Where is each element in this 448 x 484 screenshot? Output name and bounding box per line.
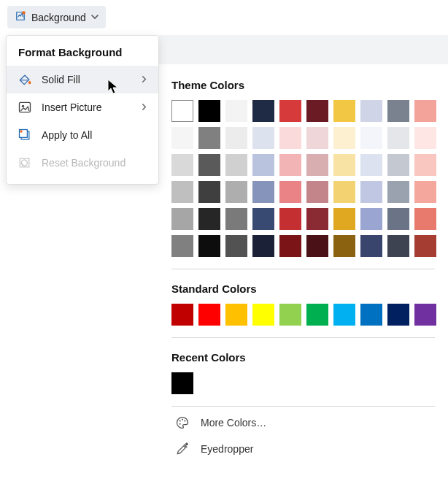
- insert-picture-label: Insert Picture: [42, 101, 101, 113]
- color-swatch[interactable]: [225, 208, 247, 230]
- color-swatch[interactable]: [171, 181, 193, 203]
- color-swatch[interactable]: [306, 181, 328, 203]
- color-swatch[interactable]: [414, 304, 436, 326]
- color-swatch[interactable]: [360, 154, 382, 176]
- color-swatch[interactable]: [171, 208, 193, 230]
- solid-fill-item[interactable]: Solid Fill: [7, 66, 158, 93]
- color-swatch[interactable]: [171, 154, 193, 176]
- color-swatch[interactable]: [333, 235, 355, 257]
- svg-point-1: [28, 81, 31, 84]
- color-swatch[interactable]: [252, 154, 274, 176]
- color-swatch[interactable]: [360, 181, 382, 203]
- color-swatch[interactable]: [225, 154, 247, 176]
- more-colors-item[interactable]: More Colors…: [164, 407, 442, 433]
- color-swatch[interactable]: [333, 304, 355, 326]
- eyedropper-item[interactable]: Eyedropper: [164, 433, 442, 459]
- palette-icon: [174, 415, 190, 430]
- reset-background-label: Reset Background: [42, 157, 125, 169]
- color-swatch[interactable]: [198, 181, 220, 203]
- color-swatch[interactable]: [279, 304, 301, 326]
- svg-point-11: [179, 423, 181, 425]
- color-swatch[interactable]: [279, 100, 301, 122]
- color-swatch[interactable]: [171, 304, 193, 326]
- divider: [171, 337, 435, 338]
- color-swatch[interactable]: [252, 127, 274, 149]
- color-swatch[interactable]: [387, 154, 409, 176]
- color-swatch[interactable]: [306, 127, 328, 149]
- color-swatch[interactable]: [333, 127, 355, 149]
- color-swatch[interactable]: [360, 235, 382, 257]
- solid-fill-label: Solid Fill: [42, 74, 80, 85]
- color-swatch[interactable]: [306, 100, 328, 122]
- color-swatch[interactable]: [414, 208, 436, 230]
- color-swatch[interactable]: [279, 154, 301, 176]
- eyedropper-icon: [174, 442, 190, 456]
- apply-to-all-item[interactable]: Apply to All: [7, 121, 158, 149]
- color-swatch[interactable]: [414, 127, 436, 149]
- standard-colors-title: Standard Colors: [171, 283, 442, 295]
- color-swatch[interactable]: [198, 208, 220, 230]
- background-button[interactable]: Background: [7, 6, 106, 28]
- color-swatch[interactable]: [387, 208, 409, 230]
- color-swatch[interactable]: [306, 304, 328, 326]
- color-swatch[interactable]: [198, 154, 220, 176]
- color-swatch[interactable]: [171, 372, 193, 394]
- background-label: Background: [31, 12, 86, 23]
- eyedropper-label: Eyedropper: [201, 443, 253, 455]
- divider: [171, 269, 435, 269]
- color-swatch[interactable]: [414, 181, 436, 203]
- color-swatch[interactable]: [225, 304, 247, 326]
- color-swatch[interactable]: [198, 100, 220, 122]
- color-swatch[interactable]: [333, 181, 355, 203]
- color-swatch[interactable]: [360, 127, 382, 149]
- color-swatch[interactable]: [360, 304, 382, 326]
- color-swatch[interactable]: [279, 208, 301, 230]
- color-swatch[interactable]: [198, 235, 220, 257]
- color-swatch[interactable]: [387, 100, 409, 122]
- color-swatch[interactable]: [225, 100, 247, 122]
- color-swatch[interactable]: [252, 181, 274, 203]
- color-swatch[interactable]: [360, 208, 382, 230]
- color-swatch[interactable]: [198, 127, 220, 149]
- color-swatch[interactable]: [333, 208, 355, 230]
- color-swatch[interactable]: [171, 100, 193, 122]
- chevron-right-icon: [140, 101, 148, 113]
- color-swatch[interactable]: [225, 235, 247, 257]
- color-flyout: Theme Colors Standard Colors Recent Colo…: [164, 64, 442, 459]
- color-swatch[interactable]: [387, 304, 409, 326]
- color-swatch[interactable]: [252, 100, 274, 122]
- color-swatch[interactable]: [414, 154, 436, 176]
- color-swatch[interactable]: [225, 181, 247, 203]
- color-swatch[interactable]: [225, 127, 247, 149]
- color-swatch[interactable]: [387, 127, 409, 149]
- background-icon: [14, 9, 27, 25]
- color-swatch[interactable]: [360, 100, 382, 122]
- color-swatch[interactable]: [387, 235, 409, 257]
- color-swatch[interactable]: [252, 208, 274, 230]
- color-swatch[interactable]: [279, 181, 301, 203]
- color-swatch[interactable]: [252, 304, 274, 326]
- color-swatch[interactable]: [333, 100, 355, 122]
- color-swatch[interactable]: [306, 154, 328, 176]
- format-background-menu: Format Background Solid Fill Insert Pict…: [6, 35, 159, 185]
- color-swatch[interactable]: [333, 154, 355, 176]
- header-strip: [159, 35, 448, 64]
- color-swatch[interactable]: [198, 304, 220, 326]
- svg-point-0: [22, 11, 26, 15]
- reset-icon: [17, 155, 33, 171]
- insert-picture-item[interactable]: Insert Picture: [7, 93, 158, 121]
- color-swatch[interactable]: [171, 127, 193, 149]
- color-swatch[interactable]: [414, 235, 436, 257]
- apply-to-all-label: Apply to All: [42, 129, 92, 141]
- color-swatch[interactable]: [252, 235, 274, 257]
- svg-point-6: [20, 130, 23, 133]
- recent-swatch-row: [164, 372, 442, 394]
- color-swatch[interactable]: [279, 127, 301, 149]
- color-swatch[interactable]: [171, 235, 193, 257]
- color-swatch[interactable]: [387, 181, 409, 203]
- chevron-down-icon: [90, 12, 99, 23]
- color-swatch[interactable]: [306, 235, 328, 257]
- color-swatch[interactable]: [279, 235, 301, 257]
- color-swatch[interactable]: [414, 100, 436, 122]
- color-swatch[interactable]: [306, 208, 328, 230]
